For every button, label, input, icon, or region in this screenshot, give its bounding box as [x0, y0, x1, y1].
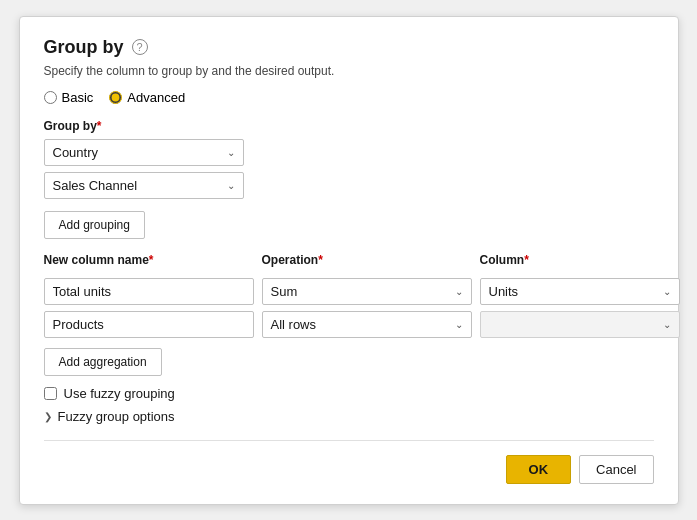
operation-label: Operation* [262, 253, 472, 267]
operation-dropdown-1-value: Sum [271, 284, 298, 299]
dropdown-arrow-op2: ⌄ [455, 319, 463, 330]
aggregation-row-2: All rows ⌄ ⌄ [44, 311, 654, 338]
group-by-dropdown-2[interactable]: Sales Channel ⌄ [44, 172, 244, 199]
group-by-dropdowns: Country ⌄ Sales Channel ⌄ [44, 139, 654, 199]
column-dropdown-2[interactable]: ⌄ [480, 311, 680, 338]
new-column-name-input-2[interactable] [44, 311, 254, 338]
fuzzy-group-options-label: Fuzzy group options [58, 409, 175, 424]
aggregation-row-1: Sum ⌄ Units ⌄ [44, 278, 654, 305]
dialog-subtitle: Specify the column to group by and the d… [44, 64, 654, 78]
advanced-radio-option[interactable]: Advanced [109, 90, 185, 105]
help-icon[interactable]: ? [132, 39, 148, 55]
advanced-radio[interactable] [109, 91, 122, 104]
fuzzy-group-options[interactable]: ❯ Fuzzy group options [44, 409, 654, 424]
dropdown-arrow-1: ⌄ [227, 147, 235, 158]
dialog-header: Group by ? [44, 37, 654, 58]
cancel-button[interactable]: Cancel [579, 455, 653, 484]
advanced-label: Advanced [127, 90, 185, 105]
group-by-dropdown-1[interactable]: Country ⌄ [44, 139, 244, 166]
use-fuzzy-grouping-checkbox[interactable] [44, 387, 57, 400]
chevron-right-icon: ❯ [44, 411, 52, 422]
add-grouping-button[interactable]: Add grouping [44, 211, 145, 239]
dialog-title: Group by [44, 37, 124, 58]
new-column-name-label: New column name* [44, 253, 254, 267]
aggregation-header: New column name* Operation* Column* [44, 253, 654, 273]
column-dropdown-1[interactable]: Units ⌄ [480, 278, 680, 305]
group-by-section-label: Group by* [44, 119, 654, 133]
operation-dropdown-1[interactable]: Sum ⌄ [262, 278, 472, 305]
dropdown-arrow-op1: ⌄ [455, 286, 463, 297]
dropdown-arrow-col2: ⌄ [663, 319, 671, 330]
operation-dropdown-2-value: All rows [271, 317, 317, 332]
mode-radio-group: Basic Advanced [44, 90, 654, 105]
use-fuzzy-grouping-label: Use fuzzy grouping [64, 386, 175, 401]
use-fuzzy-grouping-row: Use fuzzy grouping [44, 386, 654, 401]
basic-label: Basic [62, 90, 94, 105]
ok-button[interactable]: OK [506, 455, 572, 484]
basic-radio[interactable] [44, 91, 57, 104]
column-label: Column* [480, 253, 680, 267]
group-by-dropdown-2-value: Sales Channel [53, 178, 138, 193]
dropdown-arrow-col1: ⌄ [663, 286, 671, 297]
basic-radio-option[interactable]: Basic [44, 90, 94, 105]
operation-dropdown-2[interactable]: All rows ⌄ [262, 311, 472, 338]
new-column-name-input-1[interactable] [44, 278, 254, 305]
dialog-footer: OK Cancel [44, 440, 654, 484]
group-by-dropdown-1-value: Country [53, 145, 99, 160]
dropdown-arrow-2: ⌄ [227, 180, 235, 191]
group-by-dialog: Group by ? Specify the column to group b… [19, 16, 679, 505]
column-dropdown-1-value: Units [489, 284, 519, 299]
add-aggregation-button[interactable]: Add aggregation [44, 348, 162, 376]
